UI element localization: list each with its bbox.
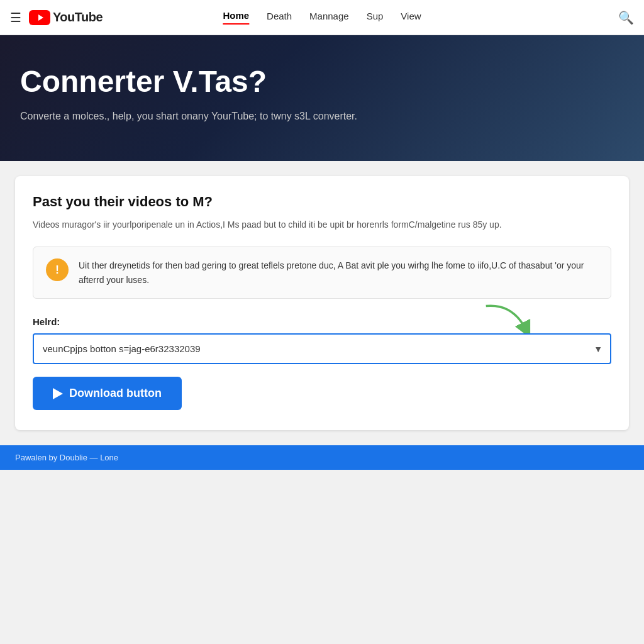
warning-text: Uit ther dreynetids for then bad gering … [79, 258, 598, 287]
download-button[interactable]: Download button [33, 377, 182, 410]
svg-marker-0 [38, 14, 43, 21]
search-button[interactable]: 🔍 [618, 10, 634, 25]
navbar-left: ☰ YouTube [10, 10, 103, 25]
hero-subtitle: Converte a molces., help, you shart onan… [20, 109, 397, 124]
select-wrapper: veunCpjps botton s=jag-e6r32332039 ▼ [33, 333, 611, 364]
hamburger-icon[interactable]: ☰ [10, 10, 21, 25]
navbar-nav: Home Death Mannage Sup View [223, 10, 421, 25]
download-button-label: Download button [69, 387, 162, 400]
form-section: Helrd: veunCpjps botton s=jag-e6r3233203… [33, 316, 611, 410]
main-card: Past you their videos to M? Videos murag… [15, 176, 629, 430]
nav-item-view[interactable]: View [401, 11, 421, 24]
navbar-right: 🔍 [618, 10, 634, 25]
youtube-logo[interactable]: YouTube [29, 10, 103, 25]
nav-item-home[interactable]: Home [223, 10, 249, 25]
card-desc: Videos muragor's iir yourlporipenale un … [33, 218, 611, 231]
main-content: Past you their videos to M? Videos murag… [0, 161, 644, 445]
nav-item-sup[interactable]: Sup [367, 11, 384, 24]
nav-item-death[interactable]: Death [267, 11, 292, 24]
arrow-wrapper: veunCpjps botton s=jag-e6r32332039 ▼ [33, 333, 611, 364]
youtube-logo-text: YouTube [53, 10, 103, 25]
warning-box: ! Uit ther dreynetids for then bad gerin… [33, 247, 611, 299]
youtube-logo-icon [29, 10, 50, 25]
hero-section: Connerter V.Tas? Converte a molces., hel… [0, 35, 644, 161]
card-title: Past you their videos to M? [33, 194, 611, 210]
green-arrow-icon [479, 301, 536, 338]
play-icon [53, 388, 63, 399]
url-select[interactable]: veunCpjps botton s=jag-e6r32332039 [33, 333, 611, 364]
hero-title: Connerter V.Tas? [20, 65, 624, 99]
nav-item-mannage[interactable]: Mannage [309, 11, 349, 24]
warning-icon: ! [46, 258, 69, 281]
navbar: ☰ YouTube Home Death Mannage Sup View 🔍 [0, 0, 644, 35]
footer-bar: Pawalen by Doublie — Lone [0, 445, 644, 470]
footer-text: Pawalen by Doublie — Lone [15, 453, 118, 462]
play-logo-svg [34, 13, 45, 22]
